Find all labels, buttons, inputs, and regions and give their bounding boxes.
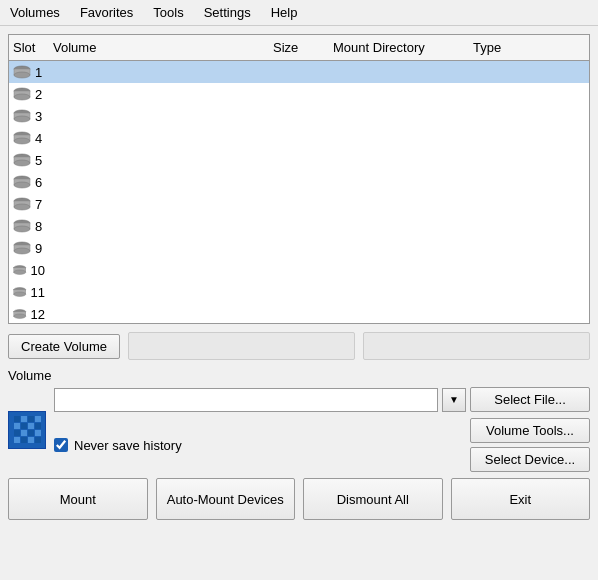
table-body: 1 2 3 (9, 61, 589, 321)
volume-icon-grid (14, 416, 41, 443)
col-header-size: Size (269, 37, 329, 58)
auto-mount-button[interactable]: Auto-Mount Devices (156, 478, 296, 520)
col-header-mount-dir: Mount Directory (329, 37, 469, 58)
slot-number: 4 (35, 131, 42, 146)
disabled-btn-1 (128, 332, 355, 360)
slot-cell: 3 (9, 107, 49, 126)
col-header-slot: Slot (9, 37, 49, 58)
table-row[interactable]: 4 (9, 127, 589, 149)
svg-point-35 (14, 314, 26, 319)
slot-cell: 7 (9, 195, 49, 214)
table-row[interactable]: 7 (9, 193, 589, 215)
slot-cell: 12 (9, 305, 49, 322)
slot-number: 5 (35, 153, 42, 168)
bottom-section: Create Volume Volume (8, 332, 590, 520)
svg-point-20 (14, 204, 30, 210)
volume-table: Slot Volume Size Mount Directory Type 1 (8, 34, 590, 324)
top-button-row: Create Volume (8, 332, 590, 360)
slot-cell: 6 (9, 173, 49, 192)
disabled-btn-2 (363, 332, 590, 360)
svg-point-5 (14, 94, 30, 100)
table-row[interactable]: 2 (9, 83, 589, 105)
disk-icon (13, 87, 31, 101)
disk-icon (13, 219, 31, 233)
volume-cell (49, 70, 269, 74)
slot-cell: 11 (9, 283, 49, 302)
disk-icon (13, 241, 31, 255)
table-row[interactable]: 11 (9, 281, 589, 303)
never-save-history-row: Never save history (54, 438, 182, 453)
table-row[interactable]: 5 (9, 149, 589, 171)
slot-number: 11 (31, 285, 45, 300)
slot-number: 9 (35, 241, 42, 256)
table-row[interactable]: 10 (9, 259, 589, 281)
disk-icon (13, 263, 27, 277)
col-header-type: Type (469, 37, 549, 58)
dismount-all-button[interactable]: Dismount All (303, 478, 443, 520)
menu-volumes[interactable]: Volumes (6, 3, 64, 22)
disk-icon (13, 109, 31, 123)
slot-number: 1 (35, 65, 42, 80)
dropdown-arrow-button[interactable]: ▼ (442, 388, 466, 412)
disk-icon (13, 65, 31, 79)
table-row[interactable]: 3 (9, 105, 589, 127)
svg-point-2 (14, 72, 30, 78)
svg-point-23 (14, 226, 30, 232)
disk-icon (13, 307, 27, 321)
mount-dir-cell (329, 70, 469, 74)
menu-favorites[interactable]: Favorites (76, 3, 137, 22)
size-cell (269, 70, 329, 74)
table-row[interactable]: 8 (9, 215, 589, 237)
svg-point-32 (14, 292, 26, 297)
slot-number: 12 (31, 307, 45, 322)
never-save-history-label: Never save history (74, 438, 182, 453)
exit-button[interactable]: Exit (451, 478, 591, 520)
slot-cell: 8 (9, 217, 49, 236)
never-save-history-checkbox[interactable] (54, 438, 68, 452)
select-device-button[interactable]: Select Device... (470, 447, 590, 472)
volume-label: Volume (8, 368, 590, 383)
type-cell (469, 70, 549, 74)
menubar: Volumes Favorites Tools Settings Help (0, 0, 598, 26)
menu-help[interactable]: Help (267, 3, 302, 22)
table-row[interactable]: 6 (9, 171, 589, 193)
svg-point-8 (14, 116, 30, 122)
slot-cell: 4 (9, 129, 49, 148)
volume-icon (8, 411, 46, 449)
volume-tools-button[interactable]: Volume Tools... (470, 418, 590, 443)
slot-number: 7 (35, 197, 42, 212)
menu-tools[interactable]: Tools (149, 3, 187, 22)
select-file-button[interactable]: Select File... (470, 387, 590, 412)
slot-cell: 2 (9, 85, 49, 104)
create-volume-button[interactable]: Create Volume (8, 334, 120, 359)
disk-icon (13, 285, 27, 299)
slot-number: 10 (31, 263, 45, 278)
slot-cell: 5 (9, 151, 49, 170)
table-row[interactable]: 9 (9, 237, 589, 259)
volume-path-input[interactable] (54, 388, 438, 412)
mount-button[interactable]: Mount (8, 478, 148, 520)
svg-point-26 (14, 248, 30, 254)
volume-input-row: ▼ Select File... (54, 387, 590, 412)
svg-point-17 (14, 182, 30, 188)
svg-point-11 (14, 138, 30, 144)
disk-icon (13, 175, 31, 189)
table-row[interactable]: 12 (9, 303, 589, 321)
slot-number: 8 (35, 219, 42, 234)
table-header: Slot Volume Size Mount Directory Type (9, 35, 589, 61)
volume-row: ▼ Select File... Never save history Volu… (8, 387, 590, 472)
slot-number: 2 (35, 87, 42, 102)
disk-icon (13, 153, 31, 167)
svg-point-14 (14, 160, 30, 166)
disk-icon (13, 131, 31, 145)
col-header-volume: Volume (49, 37, 269, 58)
main-content: Slot Volume Size Mount Directory Type 1 (0, 26, 598, 528)
disk-icon (13, 197, 31, 211)
slot-cell: 10 (9, 261, 49, 280)
slot-number: 6 (35, 175, 42, 190)
slot-number: 3 (35, 109, 42, 124)
menu-settings[interactable]: Settings (200, 3, 255, 22)
slot-cell: 1 (9, 63, 49, 82)
table-row[interactable]: 1 (9, 61, 589, 83)
svg-point-29 (14, 270, 26, 275)
